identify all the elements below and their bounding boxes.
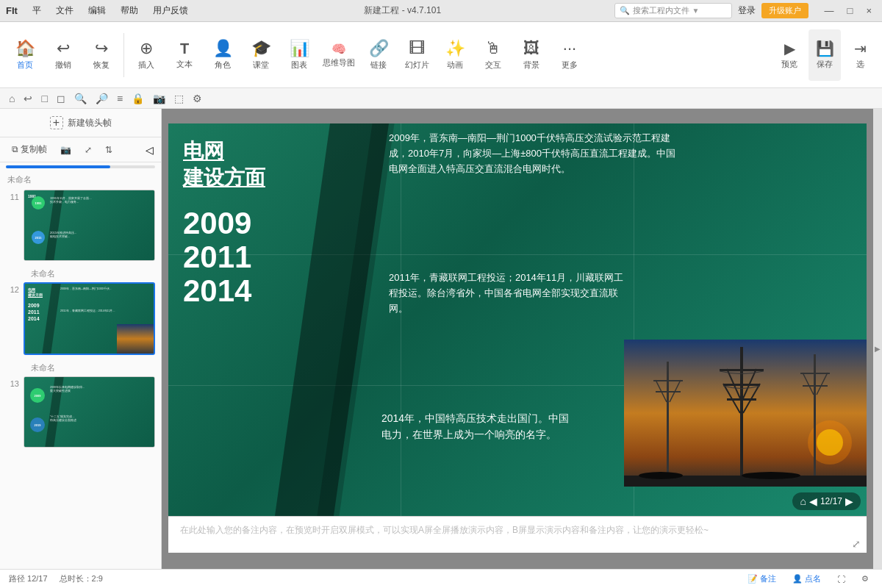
- search-dropdown-icon[interactable]: ▼: [692, 7, 700, 15]
- slide-title-line1: 电网: [183, 140, 224, 162]
- toolbar-animation[interactable]: ✨ 动画: [436, 26, 474, 85]
- toolbar-background[interactable]: 🖼 背景: [512, 26, 551, 85]
- slide-year-2011[interactable]: 2011: [183, 240, 330, 274]
- toolbar-redo[interactable]: ↪ 恢复: [82, 26, 121, 85]
- toolbar-classroom[interactable]: 🎓 课堂: [242, 26, 280, 85]
- sort-button[interactable]: ⇅: [101, 143, 117, 157]
- slide-text-block1[interactable]: 2009年，晋东南—南阳—荆门1000千伏特高压交流试验示范工程建成，2010年…: [389, 131, 683, 176]
- view-zoom-in-icon[interactable]: 🔍: [71, 91, 90, 106]
- view-home-icon[interactable]: ⌂: [6, 91, 18, 106]
- toolbar-right: ▶ 预览 💾 保存 ⇥ 选: [773, 29, 876, 81]
- view-settings-icon[interactable]: ⚙: [190, 91, 205, 106]
- toolbar-home[interactable]: 🏠 首页: [6, 26, 44, 85]
- menu-edit[interactable]: 编辑: [85, 3, 109, 18]
- menu-file[interactable]: 文件: [53, 3, 76, 18]
- toolbar-undo[interactable]: ↩ 撤销: [44, 26, 82, 85]
- slide-year-2014[interactable]: 2014: [183, 274, 330, 308]
- unnamed-label-slide11: 未命名: [6, 267, 155, 282]
- slide-page-indicator: 12/17: [820, 496, 842, 506]
- left-panel: + 新建镜头帧 ⧉ 复制帧 📷 ⤢ ⇅ ◁ 未命名: [0, 109, 162, 588]
- new-frame-button[interactable]: + 新建镜头帧: [0, 109, 161, 137]
- slide-years: 2009 2011 2014: [183, 207, 330, 309]
- toolbar-slideshow[interactable]: 🎞 幻灯片: [398, 26, 436, 85]
- app-logo: FIt: [6, 5, 18, 16]
- menu-flat[interactable]: 平: [29, 3, 44, 18]
- view-camera-icon[interactable]: 📷: [150, 91, 168, 106]
- copy-frame-button[interactable]: ⧉ 复制帧: [7, 142, 51, 157]
- callout-icon: 👤: [792, 574, 803, 583]
- view-grid-icon[interactable]: ≡: [114, 91, 126, 106]
- notes-button[interactable]: 📝 备注: [743, 572, 781, 586]
- notes-area[interactable]: 在此处输入您的备注内容，在预览时开启双屏模式，可以实现A屏全屏播放演示内容，B屏…: [168, 516, 867, 553]
- slide-item-11[interactable]: 11 1991 1991 2015 1991年11月，国家开展了全面...技术升…: [6, 190, 155, 261]
- toolbar-select[interactable]: ⇥ 选: [844, 29, 876, 81]
- toolbar-chart[interactable]: 📊 图表: [280, 26, 318, 85]
- slideshow-icon: 🎞: [409, 39, 425, 58]
- slide-canvas[interactable]: 电网 建设方面 2009 2011 2014 2009年，晋东南—南阳—荆门10…: [168, 123, 867, 516]
- toolbar-text[interactable]: T 文本: [165, 26, 204, 85]
- fullscreen-button[interactable]: ⛶: [833, 573, 850, 585]
- slide-home-icon[interactable]: ⌂: [800, 495, 806, 507]
- toolbar-mindmap[interactable]: 🧠 思维导图: [318, 26, 359, 85]
- view-zoom-out-icon[interactable]: 🔎: [93, 91, 111, 106]
- mindmap-icon: 🧠: [331, 42, 346, 56]
- toolbar-slideshow-label: 幻灯片: [405, 60, 429, 71]
- copy-icon: ⧉: [12, 144, 18, 154]
- view-frame1-icon[interactable]: □: [38, 91, 50, 106]
- slide-year-2009[interactable]: 2009: [183, 207, 330, 240]
- animation-icon: ✨: [445, 39, 465, 58]
- slide-next-icon[interactable]: ▶: [845, 495, 853, 507]
- toolbar-undo-label: 撤销: [55, 60, 71, 71]
- toolbar-link[interactable]: 🔗 链接: [359, 26, 398, 85]
- screenshot-button[interactable]: 📷: [56, 143, 76, 157]
- slide-prev-icon[interactable]: ◀: [809, 495, 817, 507]
- toolbar-preview[interactable]: ▶ 预览: [773, 29, 806, 81]
- slide-title-line2: 建设方面: [183, 166, 265, 189]
- toolbar-character[interactable]: 👤 角色: [204, 26, 242, 85]
- settings-status-button[interactable]: ⚙: [857, 573, 873, 585]
- svg-point-23: [742, 472, 800, 479]
- minimize-button[interactable]: —: [820, 4, 839, 18]
- slide-text-block3[interactable]: 2014年，中国特高压技术走出国门。中国电力，在世界上成为一个响亮的名字。: [381, 410, 573, 443]
- view-bar: ⌂ ↩ □ ◻ 🔍 🔎 ≡ 🔒 📷 ⬚ ⚙: [0, 88, 882, 109]
- slide-thumb-11[interactable]: 1991 1991 2015 1991年11月，国家开展了全面...技术升级，电…: [24, 190, 155, 261]
- toolbar-save[interactable]: 💾 保存: [808, 29, 841, 81]
- view-lock-icon[interactable]: 🔒: [129, 91, 147, 106]
- status-path: 路径 12/17: [9, 573, 48, 584]
- menu-help[interactable]: 帮助: [118, 3, 141, 18]
- view-frame2-icon[interactable]: ◻: [54, 91, 68, 106]
- new-frame-label: 新建镜头帧: [68, 117, 112, 129]
- slide-item-12[interactable]: 12 电网建设方面 200920112014 2009年，晋东南—南阳—荆门10…: [6, 282, 155, 355]
- chart-icon: 📊: [290, 39, 309, 58]
- toolbar-insert[interactable]: ⊕ 插入: [127, 26, 165, 85]
- maximize-button[interactable]: □: [843, 4, 858, 18]
- svg-rect-17: [800, 373, 830, 374]
- slide-left-content: 电网 建设方面 2009 2011 2014: [183, 138, 330, 308]
- view-crop-icon[interactable]: ⬚: [171, 91, 187, 106]
- slide-title[interactable]: 电网 建设方面: [183, 138, 330, 192]
- close-button[interactable]: ×: [861, 4, 876, 18]
- callout-button[interactable]: 👤 点名: [788, 572, 825, 586]
- slide-text-block2[interactable]: 2011年，青藏联网工程投运；2014年11月，川藏联网工程投运。除台湾省外，中…: [389, 270, 624, 316]
- toolbar-chart-label: 图表: [291, 60, 307, 71]
- sort-icon: ⇅: [105, 145, 112, 155]
- upgrade-button[interactable]: 升级账户: [761, 3, 808, 18]
- menu-feedback[interactable]: 用户反馈: [150, 3, 191, 18]
- right-collapse-button[interactable]: ▶: [873, 109, 882, 588]
- notes-icon: 📝: [747, 574, 758, 583]
- status-right: 📝 备注 👤 点名 ⛶ ⚙: [743, 572, 873, 586]
- slide-thumb-12[interactable]: 电网建设方面 200920112014 2009年，晋东南—南阳—荆门1000千…: [24, 282, 155, 355]
- view-back-icon[interactable]: ↩: [21, 91, 35, 106]
- login-button[interactable]: 登录: [738, 4, 756, 17]
- slide-item-13[interactable]: 13 2009 2019 2009年以来电网建设取得...重大突破性进展 "十二…: [6, 376, 155, 448]
- toolbar-more[interactable]: ··· 更多: [551, 26, 589, 85]
- slide-thumb-13[interactable]: 2009 2019 2009年以来电网建设取得...重大突破性进展 "十二五"规…: [24, 376, 155, 448]
- collapse-panel-icon[interactable]: ◁: [146, 144, 154, 156]
- search-box[interactable]: 🔍 搜索工程内文件 ▼: [614, 3, 732, 18]
- slide-right-content: 2009年，晋东南—南阳—荆门1000千伏特高压交流试验示范工程建成，2010年…: [389, 131, 852, 190]
- expand-button[interactable]: ⤢: [80, 143, 96, 157]
- toolbar-interact[interactable]: 🖱 交互: [474, 26, 512, 85]
- text-icon: T: [180, 40, 189, 57]
- notes-expand-icon[interactable]: ⤢: [852, 538, 861, 550]
- character-icon: 👤: [213, 39, 233, 58]
